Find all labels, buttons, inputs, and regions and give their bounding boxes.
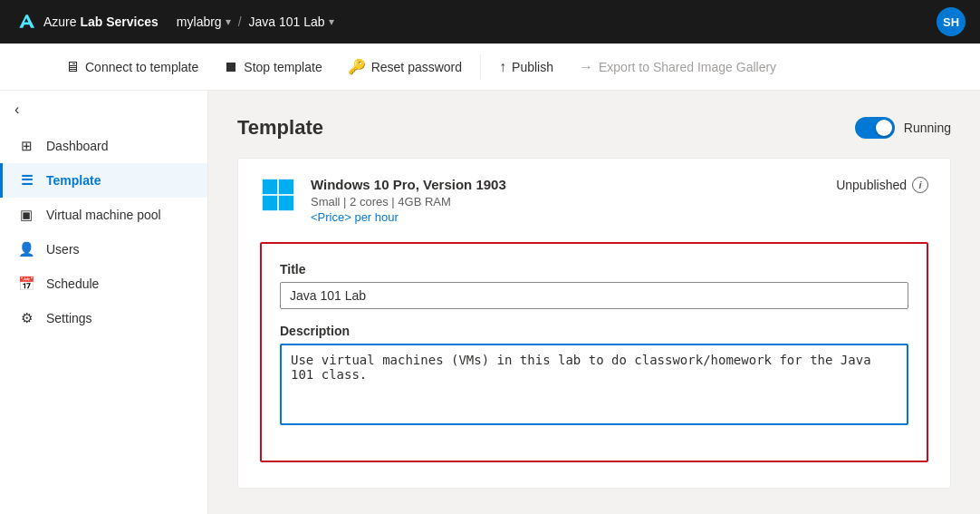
content-header: Template Running bbox=[237, 116, 951, 140]
windows-icon bbox=[260, 177, 296, 213]
sidebar-item-schedule[interactable]: 📅 Schedule bbox=[0, 267, 207, 301]
publish-icon: ↑ bbox=[499, 59, 506, 75]
title-input[interactable] bbox=[280, 282, 908, 309]
reset-password-button[interactable]: 🔑 Reset password bbox=[337, 53, 473, 81]
connect-to-template-button[interactable]: 🖥 Connect to template bbox=[54, 53, 209, 81]
vm-publish-status: Unpublished i bbox=[836, 177, 928, 193]
sidebar-item-settings-label: Settings bbox=[46, 311, 92, 325]
breadcrumb-lab[interactable]: Java 101 Lab ▾ bbox=[249, 15, 334, 29]
stop-template-button[interactable]: ⏹ Stop template bbox=[213, 53, 332, 81]
breadcrumb: mylabrg ▾ / Java 101 Lab ▾ bbox=[177, 15, 334, 29]
info-icon[interactable]: i bbox=[912, 177, 928, 193]
dashboard-icon: ⊞ bbox=[17, 138, 35, 154]
sidebar-toggle[interactable]: ‹ bbox=[0, 91, 207, 129]
vm-details: Windows 10 Pro, Version 1903 Small | 2 c… bbox=[311, 177, 821, 224]
vm-pool-icon: ▣ bbox=[17, 207, 35, 223]
content-area: Template Running bbox=[208, 91, 980, 514]
toggle-thumb bbox=[876, 120, 892, 136]
logo: Azure Lab Services bbox=[14, 11, 159, 33]
sidebar-item-dashboard-label: Dashboard bbox=[46, 139, 109, 153]
stop-icon: ⏹ bbox=[224, 59, 238, 75]
sidebar-item-vm-pool-label: Virtual machine pool bbox=[46, 208, 161, 222]
reset-icon: 🔑 bbox=[348, 58, 366, 75]
vm-info-row: Windows 10 Pro, Version 1903 Small | 2 c… bbox=[260, 177, 928, 224]
svg-rect-2 bbox=[263, 196, 277, 210]
azure-logo-icon bbox=[14, 11, 36, 33]
monitor-icon: 🖥 bbox=[65, 59, 80, 75]
template-card: Windows 10 Pro, Version 1903 Small | 2 c… bbox=[237, 158, 951, 489]
divider bbox=[480, 54, 481, 80]
vm-name: Windows 10 Pro, Version 1903 bbox=[311, 177, 821, 192]
sidebar-item-schedule-label: Schedule bbox=[46, 276, 99, 291]
sidebar-item-dashboard[interactable]: ⊞ Dashboard bbox=[0, 129, 207, 163]
svg-rect-0 bbox=[263, 179, 277, 194]
actionbar: 🖥 Connect to template ⏹ Stop template 🔑 … bbox=[0, 44, 980, 91]
users-icon: 👤 bbox=[17, 241, 35, 257]
description-textarea[interactable] bbox=[280, 344, 908, 425]
unpublished-label: Unpublished bbox=[836, 178, 907, 192]
sidebar-item-template-label: Template bbox=[46, 173, 101, 188]
vm-specs: Small | 2 cores | 4GB RAM bbox=[311, 195, 821, 209]
running-toggle[interactable] bbox=[855, 117, 895, 139]
avatar[interactable]: SH bbox=[937, 7, 966, 36]
sidebar-item-users[interactable]: 👤 Users bbox=[0, 232, 207, 267]
template-icon: ☰ bbox=[17, 172, 35, 189]
topbar: Azure Lab Services mylabrg ▾ / Java 101 … bbox=[0, 0, 980, 44]
title-field: Title bbox=[280, 262, 908, 309]
description-field: Description bbox=[280, 324, 908, 428]
logo-text: Azure Lab Services bbox=[43, 15, 159, 29]
breadcrumb-resource[interactable]: mylabrg ▾ bbox=[177, 15, 231, 29]
svg-rect-3 bbox=[279, 196, 293, 210]
running-label: Running bbox=[904, 121, 951, 135]
sidebar: ‹ ⊞ Dashboard ☰ Template ▣ Virtual machi… bbox=[0, 91, 208, 514]
vm-price: <Price> per hour bbox=[311, 210, 821, 224]
settings-icon: ⚙ bbox=[17, 310, 35, 326]
breadcrumb-separator: / bbox=[238, 15, 242, 29]
title-label: Title bbox=[280, 262, 908, 276]
export-icon: → bbox=[579, 59, 593, 75]
schedule-icon: 📅 bbox=[17, 276, 35, 292]
sidebar-nav: ⊞ Dashboard ☰ Template ▣ Virtual machine… bbox=[0, 129, 207, 514]
sidebar-item-users-label: Users bbox=[46, 242, 80, 257]
svg-rect-1 bbox=[279, 179, 293, 194]
page-title: Template bbox=[237, 116, 323, 140]
sidebar-item-template[interactable]: ☰ Template bbox=[0, 163, 207, 198]
export-button[interactable]: → Export to Shared Image Gallery bbox=[568, 53, 787, 81]
status-toggle: Running bbox=[855, 117, 951, 139]
main-layout: ‹ ⊞ Dashboard ☰ Template ▣ Virtual machi… bbox=[0, 91, 980, 514]
sidebar-item-settings[interactable]: ⚙ Settings bbox=[0, 301, 207, 335]
description-label: Description bbox=[280, 324, 908, 338]
form-section: Title Description bbox=[260, 242, 928, 462]
publish-button[interactable]: ↑ Publish bbox=[488, 53, 564, 81]
sidebar-item-vm-pool[interactable]: ▣ Virtual machine pool bbox=[0, 198, 207, 232]
